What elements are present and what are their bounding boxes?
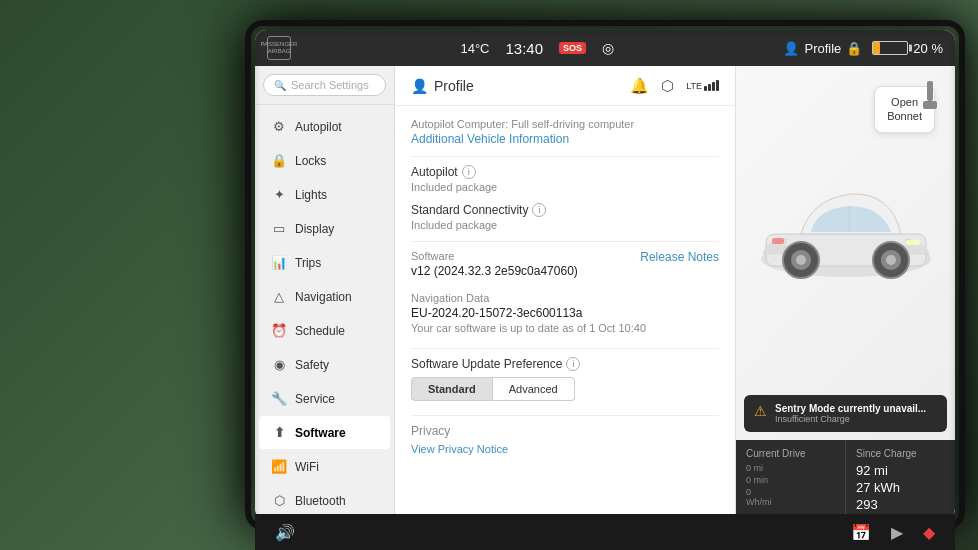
safety-label: Safety bbox=[295, 358, 329, 372]
current-drive-row-2: 0 min bbox=[746, 475, 835, 485]
profile-button-top[interactable]: 👤 Profile 🔒 bbox=[783, 41, 862, 56]
main-area: 🔍 Search Settings ⚙ Autopilot 🔒 Locks ✦ … bbox=[255, 66, 955, 520]
sidebar-item-trips[interactable]: 📊 Trips bbox=[259, 246, 390, 279]
volume-icon[interactable]: 🔊 bbox=[275, 523, 295, 542]
sidebar-item-navigation[interactable]: △ Navigation bbox=[259, 280, 390, 313]
search-input-container[interactable]: 🔍 Search Settings bbox=[263, 74, 386, 96]
battery-bar bbox=[872, 41, 908, 55]
bottom-center-icons: 📅 ▶ ◆ bbox=[851, 523, 935, 542]
autopilot-feature-name: Autopilot i bbox=[411, 165, 497, 179]
connectivity-feature-row: Standard Connectivity i Included package bbox=[411, 203, 719, 231]
sidebar-item-wifi[interactable]: 📶 WiFi bbox=[259, 450, 390, 483]
schedule-icon: ⏰ bbox=[271, 323, 287, 338]
signal-bar-1 bbox=[704, 86, 707, 91]
sidebar-item-lights[interactable]: ✦ Lights bbox=[259, 178, 390, 211]
person-icon: 👤 bbox=[783, 41, 799, 56]
update-pref-info-icon[interactable]: i bbox=[566, 357, 580, 371]
advanced-update-button[interactable]: Advanced bbox=[493, 377, 575, 401]
alert-triangle-icon: ⚠ bbox=[754, 403, 767, 419]
lock-icon: 🔒 bbox=[846, 41, 862, 56]
bluetooth-icon: ⬡ bbox=[271, 493, 287, 508]
sidebar-item-autopilot[interactable]: ⚙ Autopilot bbox=[259, 110, 390, 143]
nav-bottom-icon[interactable]: ◆ bbox=[923, 523, 935, 542]
divider-3 bbox=[411, 348, 719, 349]
signal-bar-2 bbox=[708, 84, 711, 91]
safety-icon: ◉ bbox=[271, 357, 287, 372]
svg-point-7 bbox=[796, 255, 806, 265]
software-content: Autopilot Computer: Full self-driving co… bbox=[395, 106, 735, 468]
content-title: 👤 Profile bbox=[411, 78, 474, 94]
connectivity-sub: Included package bbox=[411, 219, 546, 231]
current-drive-group: Current Drive 0 mi 0 min 0 Wh/mi bbox=[736, 440, 846, 520]
autopilot-computer-text: Autopilot Computer: Full self-driving co… bbox=[411, 118, 719, 130]
since-charge-row-2: 27 kWh bbox=[856, 480, 945, 495]
sidebar-item-schedule[interactable]: ⏰ Schedule bbox=[259, 314, 390, 347]
additional-vehicle-info-link[interactable]: Additional Vehicle Information bbox=[411, 132, 719, 146]
view-privacy-notice-link[interactable]: View Privacy Notice bbox=[411, 443, 508, 455]
view-privacy-container: View Privacy Notice bbox=[411, 442, 719, 456]
car-image bbox=[751, 164, 941, 298]
svg-point-10 bbox=[886, 255, 896, 265]
connectivity-feature-name: Standard Connectivity i bbox=[411, 203, 546, 217]
status-bar: PASSENGER AIRBAG 14°C 13:40 SOS ◎ 👤 Prof… bbox=[255, 30, 955, 66]
clock: 13:40 bbox=[505, 40, 543, 57]
charge-mi-val: 92 mi bbox=[856, 463, 888, 478]
sentry-alert-text: Sentry Mode currently unavail... Insuffi… bbox=[775, 403, 926, 424]
standard-update-button[interactable]: Standard bbox=[411, 377, 493, 401]
search-box: 🔍 Search Settings bbox=[255, 66, 394, 105]
sentry-alert: ⚠ Sentry Mode currently unavail... Insuf… bbox=[744, 395, 947, 432]
charge-kwh-val: 27 kWh bbox=[856, 480, 900, 495]
bottom-stats: Current Drive 0 mi 0 min 0 Wh/mi Since C… bbox=[736, 440, 955, 520]
update-pref-section: Software Update Preference i Standard Ad… bbox=[411, 357, 719, 401]
svg-rect-12 bbox=[772, 238, 784, 244]
status-center: 14°C 13:40 SOS ◎ bbox=[460, 40, 614, 57]
current-drive-title: Current Drive bbox=[746, 448, 835, 459]
nav-data-label: Navigation Data bbox=[411, 292, 719, 304]
sentry-title: Sentry Mode currently unavail... bbox=[775, 403, 926, 414]
calendar-icon[interactable]: 📅 bbox=[851, 523, 871, 542]
autopilot-feature-label: Autopilot bbox=[411, 165, 458, 179]
autopilot-info-icon[interactable]: i bbox=[462, 165, 476, 179]
media-icon[interactable]: ▶ bbox=[891, 523, 903, 542]
bell-icon[interactable]: 🔔 bbox=[630, 77, 649, 95]
sidebar-item-safety[interactable]: ◉ Safety bbox=[259, 348, 390, 381]
lte-indicator: LTE bbox=[686, 80, 719, 91]
header-icons: 🔔 ⬡ LTE bbox=[630, 77, 719, 95]
open-bonnet-label: OpenBonnet bbox=[887, 95, 922, 124]
connectivity-label: Standard Connectivity bbox=[411, 203, 528, 217]
bottom-taskbar: 🔊 📅 ▶ ◆ bbox=[255, 514, 955, 550]
privacy-row: Privacy bbox=[411, 415, 719, 438]
nav-items: ⚙ Autopilot 🔒 Locks ✦ Lights ▭ Display 📊 bbox=[255, 105, 394, 520]
bluetooth-header-icon[interactable]: ⬡ bbox=[661, 77, 674, 95]
connectivity-feature: Standard Connectivity i Included package bbox=[411, 203, 546, 231]
sidebar-item-software[interactable]: ⬆ Software bbox=[259, 416, 390, 449]
connectivity-info-icon[interactable]: i bbox=[532, 203, 546, 217]
drive-min-label: 0 min bbox=[746, 475, 776, 485]
sidebar-item-display[interactable]: ▭ Display bbox=[259, 212, 390, 245]
since-charge-row-1: 92 mi bbox=[856, 463, 945, 478]
search-icon: 🔍 bbox=[274, 80, 286, 91]
content-area: 👤 Profile 🔔 ⬡ LTE bbox=[395, 66, 735, 520]
trips-icon: 📊 bbox=[271, 255, 287, 270]
sos-badge[interactable]: SOS bbox=[559, 42, 586, 54]
display-label: Display bbox=[295, 222, 334, 236]
status-left: PASSENGER AIRBAG bbox=[267, 36, 291, 60]
additional-vehicle-info[interactable]: Additional Vehicle Information bbox=[411, 132, 569, 146]
tesla-screen: PASSENGER AIRBAG 14°C 13:40 SOS ◎ 👤 Prof… bbox=[255, 30, 955, 520]
car-area: OpenBonnet bbox=[736, 66, 955, 395]
sidebar-item-locks[interactable]: 🔒 Locks bbox=[259, 144, 390, 177]
nav-data-status: Your car software is up to date as of 1 … bbox=[411, 322, 719, 334]
sidebar-item-bluetooth[interactable]: ⬡ Bluetooth bbox=[259, 484, 390, 517]
drive-mi-label: 0 mi bbox=[746, 463, 776, 473]
software-version-value: v12 (2024.32.3 2e59c0a47060) bbox=[411, 264, 578, 278]
charger-icon bbox=[920, 81, 940, 116]
sidebar-item-service[interactable]: 🔧 Service bbox=[259, 382, 390, 415]
sidebar: 🔍 Search Settings ⚙ Autopilot 🔒 Locks ✦ … bbox=[255, 66, 395, 520]
drive-wh-label: 0 Wh/mi bbox=[746, 487, 776, 507]
nav-data-row: Navigation Data EU-2024.20-15072-3ec6001… bbox=[411, 292, 719, 334]
wifi-nav-icon: 📶 bbox=[271, 459, 287, 474]
service-icon: 🔧 bbox=[271, 391, 287, 406]
svg-rect-11 bbox=[906, 240, 920, 245]
status-right: 👤 Profile 🔒 20 % bbox=[783, 41, 943, 56]
release-notes-button[interactable]: Release Notes bbox=[640, 250, 719, 264]
